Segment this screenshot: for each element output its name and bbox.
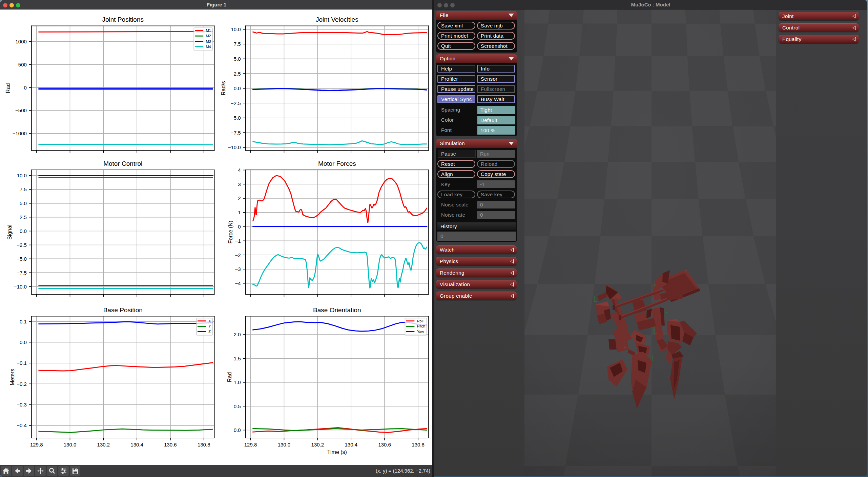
svg-text:130.4: 130.4 — [345, 442, 357, 448]
svg-text:−0.2: −0.2 — [17, 381, 27, 387]
svg-text:130.8: 130.8 — [412, 442, 425, 448]
svg-text:M1: M1 — [206, 28, 211, 33]
svg-text:0: 0 — [24, 85, 27, 91]
svg-text:Signal: Signal — [7, 224, 13, 239]
svg-text:Yaw: Yaw — [417, 330, 424, 334]
svg-text:−5.0: −5.0 — [231, 115, 241, 121]
svg-text:Joint Positions: Joint Positions — [102, 16, 144, 23]
svg-text:10.0: 10.0 — [231, 26, 241, 32]
svg-text:−0.3: −0.3 — [17, 402, 27, 408]
svg-text:0.0: 0.0 — [20, 339, 27, 345]
svg-text:7.5: 7.5 — [20, 186, 27, 192]
svg-text:0.0: 0.0 — [234, 427, 241, 433]
svg-text:1.0: 1.0 — [234, 379, 241, 385]
svg-text:−2.5: −2.5 — [17, 242, 27, 248]
svg-text:130.2: 130.2 — [97, 442, 110, 448]
svg-text:5.0: 5.0 — [20, 200, 27, 206]
svg-text:0.5: 0.5 — [234, 403, 241, 409]
svg-text:0.0: 0.0 — [20, 228, 27, 234]
svg-text:Motor Forces: Motor Forces — [318, 160, 356, 167]
svg-text:130.8: 130.8 — [198, 442, 210, 448]
svg-text:1.5: 1.5 — [234, 356, 241, 361]
svg-text:Pitch: Pitch — [417, 324, 425, 328]
svg-text:130.0: 130.0 — [278, 442, 291, 448]
svg-text:−10.0: −10.0 — [14, 284, 27, 290]
svg-text:−2.5: −2.5 — [231, 100, 241, 106]
svg-text:Y: Y — [208, 324, 211, 328]
svg-text:−0.4: −0.4 — [17, 422, 27, 428]
svg-text:130.6: 130.6 — [164, 442, 177, 448]
svg-text:2.5: 2.5 — [234, 71, 241, 77]
svg-text:4: 4 — [238, 167, 241, 173]
svg-text:129.8: 129.8 — [244, 442, 257, 448]
svg-text:Roll: Roll — [417, 319, 423, 323]
svg-text:−5.0: −5.0 — [17, 256, 27, 262]
svg-text:M3: M3 — [206, 39, 211, 43]
svg-text:Force (N): Force (N) — [228, 221, 233, 244]
svg-text:0.0: 0.0 — [234, 85, 241, 91]
svg-text:1: 1 — [238, 210, 241, 215]
svg-text:−7.5: −7.5 — [17, 270, 27, 276]
svg-text:−3: −3 — [235, 266, 241, 272]
svg-text:−0.1: −0.1 — [17, 360, 27, 366]
svg-text:0.1: 0.1 — [20, 319, 27, 324]
svg-text:Time (s): Time (s) — [327, 449, 347, 455]
svg-text:Z: Z — [208, 330, 211, 334]
svg-text:500: 500 — [18, 62, 27, 67]
svg-text:Rad: Rad — [5, 83, 11, 93]
svg-text:−10.0: −10.0 — [228, 144, 241, 150]
svg-text:Base Position: Base Position — [103, 306, 143, 314]
svg-text:X: X — [208, 319, 211, 323]
svg-text:Rad/s: Rad/s — [221, 81, 226, 95]
svg-text:−1: −1 — [235, 238, 241, 244]
svg-text:130.2: 130.2 — [311, 442, 324, 448]
svg-text:7.5: 7.5 — [234, 41, 241, 47]
svg-text:M2: M2 — [206, 34, 211, 38]
svg-text:130.4: 130.4 — [130, 442, 143, 448]
svg-text:2.5: 2.5 — [20, 214, 27, 220]
svg-text:5.0: 5.0 — [234, 56, 241, 62]
svg-text:Joint Velocities: Joint Velocities — [316, 16, 358, 23]
svg-text:2: 2 — [238, 195, 241, 201]
svg-text:M4: M4 — [206, 45, 211, 49]
svg-text:−4: −4 — [235, 280, 241, 286]
svg-text:3: 3 — [238, 181, 241, 187]
svg-text:1000: 1000 — [16, 39, 27, 44]
svg-text:2.0: 2.0 — [234, 332, 241, 337]
svg-text:−2: −2 — [235, 252, 241, 258]
svg-text:129.8: 129.8 — [30, 442, 43, 448]
svg-text:Motor Control: Motor Control — [103, 160, 142, 167]
svg-text:Base Orientation: Base Orientation — [313, 306, 361, 314]
svg-text:−500: −500 — [15, 107, 27, 113]
svg-text:130.6: 130.6 — [378, 442, 391, 448]
svg-text:Meters: Meters — [9, 369, 15, 385]
svg-text:10.0: 10.0 — [17, 173, 27, 178]
svg-text:Rad: Rad — [227, 372, 232, 382]
svg-text:−1000: −1000 — [13, 131, 27, 136]
svg-text:130.0: 130.0 — [64, 442, 77, 448]
svg-text:0: 0 — [238, 224, 241, 230]
svg-text:−7.5: −7.5 — [231, 130, 241, 136]
